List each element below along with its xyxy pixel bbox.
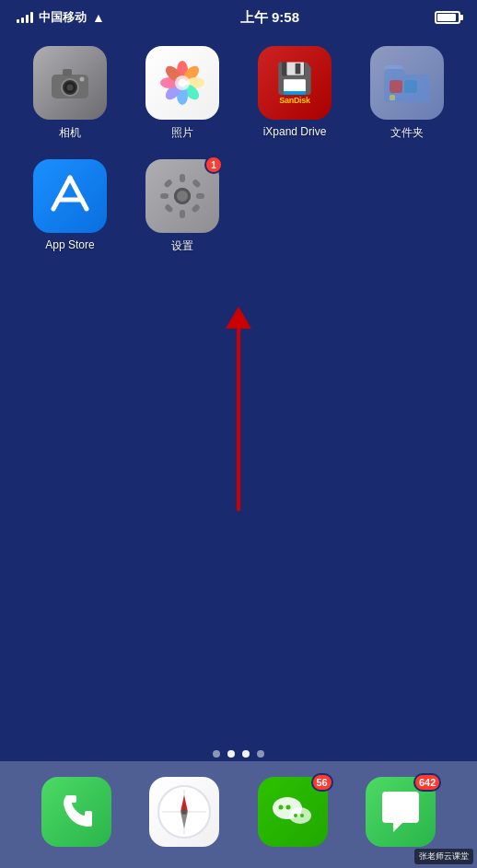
dock-safari[interactable] [149, 777, 219, 847]
camera-icon [33, 46, 107, 120]
svg-rect-23 [180, 174, 185, 182]
app-photos-wrapper [145, 46, 219, 120]
settings-badge: 1 [204, 156, 223, 174]
watermark: 张老师云课堂 [414, 849, 473, 864]
svg-point-32 [177, 191, 188, 202]
appstore-label: App Store [45, 238, 94, 251]
dock: 56 642 [0, 761, 477, 868]
svg-rect-16 [390, 80, 402, 93]
app-settings-wrapper: 1 [145, 159, 219, 233]
app-settings[interactable]: 1 设置 [131, 159, 234, 254]
svg-rect-5 [63, 69, 72, 76]
svg-point-41 [278, 805, 283, 810]
app-camera[interactable]: 相机 [18, 46, 122, 141]
dock-wechat[interactable]: 56 [258, 777, 328, 847]
status-time: 上午 9:58 [240, 9, 299, 27]
folder-label: 文件夹 [390, 125, 424, 141]
app-folder[interactable]: 文件夹 [355, 46, 459, 141]
battery-icon [435, 11, 460, 24]
svg-point-6 [80, 77, 85, 82]
phone-icon [41, 777, 111, 847]
arrow-up [237, 327, 240, 511]
settings-label: 设置 [171, 238, 193, 254]
sandisk-label: iXpand Drive [263, 125, 327, 138]
svg-rect-26 [196, 193, 204, 199]
wechat-badge: 56 [311, 773, 333, 792]
app-camera-wrapper [33, 46, 107, 120]
svg-rect-24 [180, 210, 185, 218]
svg-point-4 [67, 85, 74, 91]
carrier-label: 中国移动 [39, 9, 87, 26]
messages-badge: 642 [413, 773, 441, 792]
arrow-head [226, 307, 251, 329]
camera-label: 相机 [59, 125, 81, 141]
app-grid: 相机 照片 [0, 37, 477, 263]
app-folder-wrapper [370, 46, 444, 120]
page-dot-1 [213, 750, 220, 758]
app-appstore-wrapper [33, 159, 107, 233]
safari-icon [149, 777, 219, 847]
battery-indicator [435, 11, 460, 24]
app-sandisk-wrapper: 💾 SanDisk [258, 46, 332, 120]
appstore-icon [33, 159, 107, 233]
page-dots [0, 750, 477, 758]
arrow-shaft [237, 327, 240, 511]
app-photos[interactable]: 照片 [131, 46, 234, 141]
svg-rect-25 [160, 193, 169, 199]
sandisk-text: SanDisk [279, 96, 309, 105]
wechat-wrapper: 56 [258, 777, 328, 847]
page-dot-2 [227, 750, 235, 758]
svg-point-44 [300, 814, 304, 817]
folder-icon [370, 46, 444, 120]
status-left: 中国移动 ▲ [17, 9, 105, 26]
sandisk-icon: 💾 SanDisk [258, 46, 332, 120]
app-sandisk[interactable]: 💾 SanDisk iXpand Drive [243, 46, 346, 141]
photos-icon [145, 46, 219, 120]
app-appstore[interactable]: App Store [18, 159, 122, 254]
svg-rect-18 [390, 95, 395, 100]
photos-label: 照片 [171, 125, 193, 141]
svg-rect-29 [164, 203, 174, 214]
svg-point-15 [175, 75, 190, 90]
page-dot-4 [257, 750, 264, 758]
svg-line-20 [70, 178, 87, 209]
svg-point-38 [181, 809, 187, 815]
messages-wrapper: 642 [366, 777, 436, 847]
svg-rect-28 [192, 179, 202, 189]
svg-point-43 [294, 814, 297, 817]
status-bar: 中国移动 ▲ 上午 9:58 [0, 0, 477, 33]
svg-rect-27 [163, 179, 173, 189]
svg-rect-30 [191, 203, 201, 214]
page-dot-3 [242, 750, 250, 758]
dock-messages[interactable]: 642 [366, 777, 436, 847]
svg-rect-17 [404, 80, 417, 93]
wifi-icon: ▲ [92, 10, 105, 25]
signal-icon [17, 12, 33, 23]
svg-point-42 [285, 805, 290, 810]
dock-phone[interactable] [41, 777, 111, 847]
svg-line-19 [53, 178, 70, 209]
sandisk-inner: 💾 SanDisk [258, 46, 332, 120]
